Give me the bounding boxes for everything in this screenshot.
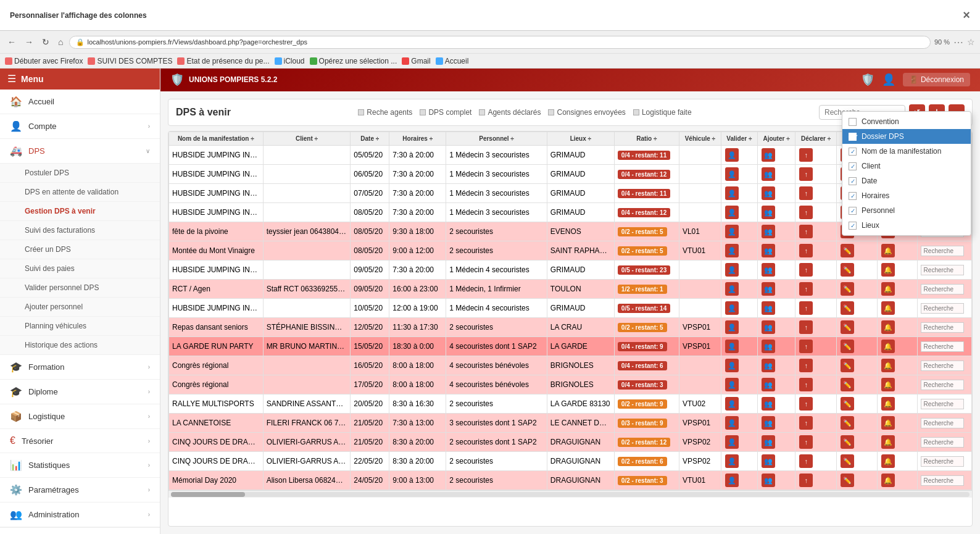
ajouter-btn[interactable]: 👥 — [762, 167, 775, 181]
modifier-btn[interactable]: ✏️ — [841, 340, 854, 353]
co-search-input[interactable] — [921, 341, 964, 352]
sidebar-item-dps[interactable]: 🚑 DPS ∨ — [0, 139, 160, 164]
ajouter-btn[interactable]: 👥 — [762, 474, 775, 487]
valider-btn[interactable]: 👤 — [725, 282, 739, 296]
modifier-btn[interactable]: ✏️ — [841, 435, 854, 449]
relance-btn[interactable]: 🔔 — [881, 244, 895, 257]
dropdown-item-client[interactable]: Client — [842, 159, 971, 173]
declarer-btn[interactable]: ↑ — [799, 454, 813, 468]
sidebar-subitem-valider[interactable]: Valider personnel DPS — [0, 278, 160, 298]
valider-btn[interactable]: 👤 — [725, 206, 739, 219]
sidebar-item-diplome[interactable]: 🎓 Diplome › — [0, 380, 160, 404]
declarer-btn[interactable]: ↑ — [799, 263, 813, 277]
co-search-input[interactable] — [921, 418, 964, 428]
col-declarer[interactable]: Déclarer ÷ — [795, 132, 837, 146]
bookmark-icon[interactable]: ☆ — [967, 37, 975, 47]
bookmark-gmail[interactable]: Gmail — [402, 57, 430, 65]
sidebar-subitem-ajouter[interactable]: Ajouter personnel — [0, 298, 160, 317]
valider-btn[interactable]: 👤 — [725, 244, 739, 257]
col-horaires[interactable]: Horaires ÷ — [389, 132, 446, 146]
sidebar-item-parametrages[interactable]: ⚙️ Paramétrages › — [0, 478, 160, 503]
co-search-input[interactable] — [921, 246, 964, 256]
sidebar-item-compte[interactable]: 👤 Compte › — [0, 114, 160, 139]
report-problem-link[interactable]: Rapporter un problème — [0, 527, 160, 534]
co-search-input[interactable] — [921, 303, 964, 314]
dropdown-item-horaires[interactable]: Horaires — [842, 188, 971, 203]
dropdown-checkbox-date[interactable] — [849, 177, 857, 185]
valider-btn[interactable]: 👤 — [725, 301, 739, 315]
dropdown-item-dossier[interactable]: ✓ Dossier DPS — [842, 129, 971, 144]
filter-checkbox-2[interactable] — [420, 109, 426, 115]
hscroll-thumb[interactable] — [171, 492, 245, 497]
bookmark-suivi[interactable]: SUIVI DES COMPTES — [88, 57, 172, 65]
shield-icon[interactable]: 🛡️ — [861, 73, 874, 86]
dropdown-item-convention[interactable]: Convention — [842, 114, 971, 129]
relance-btn[interactable]: 🔔 — [881, 474, 895, 487]
dropdown-item-lieux[interactable]: Lieux — [842, 218, 971, 233]
col-ajouter[interactable]: Ajouter ÷ — [757, 132, 795, 146]
co-search-input[interactable] — [921, 437, 964, 448]
valider-btn[interactable]: 👤 — [725, 474, 739, 487]
ajouter-btn[interactable]: 👥 — [762, 244, 775, 257]
valider-btn[interactable]: 👤 — [725, 416, 739, 430]
dropdown-checkbox-nom[interactable] — [849, 148, 857, 156]
col-client[interactable]: Client ÷ — [263, 132, 351, 146]
ajouter-btn[interactable]: 👥 — [762, 320, 775, 334]
ajouter-btn[interactable]: 👥 — [762, 206, 775, 219]
relance-btn[interactable]: 🔔 — [881, 301, 895, 315]
sidebar-subitem-postuler[interactable]: Postuler DPS — [0, 164, 160, 183]
sidebar-subitem-gestion[interactable]: Gestion DPS à venir — [0, 202, 160, 221]
dropdown-checkbox-personnel[interactable] — [849, 207, 857, 215]
relance-btn[interactable]: 🔔 — [881, 378, 895, 391]
col-valider[interactable]: Valider ÷ — [721, 132, 757, 146]
modifier-btn[interactable]: ✏️ — [841, 416, 854, 430]
dropdown-checkbox-dossier[interactable]: ✓ — [849, 133, 857, 141]
url-bar[interactable]: 🔒 localhost/unions-pompiers.fr/Views/das… — [69, 36, 930, 49]
valider-btn[interactable]: 👤 — [725, 148, 739, 162]
relance-btn[interactable]: 🔔 — [881, 282, 895, 296]
sidebar-subitem-attente[interactable]: DPS en attente de validation — [0, 183, 160, 202]
declarer-btn[interactable]: ↑ — [799, 225, 813, 238]
modifier-btn[interactable]: ✏️ — [841, 282, 854, 296]
dropdown-item-nom[interactable]: Nom de la manifestation — [842, 144, 971, 159]
declarer-btn[interactable]: ↑ — [799, 186, 813, 200]
filter-checkbox-3[interactable] — [479, 109, 485, 115]
relance-btn[interactable]: 🔔 — [881, 435, 895, 449]
sidebar-subitem-paies[interactable]: Suivi des paies — [0, 259, 160, 278]
declarer-btn[interactable]: ↑ — [799, 435, 813, 449]
bookmark-operez[interactable]: Opérez une sélection ... — [310, 57, 397, 65]
valider-btn[interactable]: 👤 — [725, 167, 739, 181]
ajouter-btn[interactable]: 👥 — [762, 186, 775, 200]
declarer-btn[interactable]: ↑ — [799, 474, 813, 487]
sidebar-item-statistiques[interactable]: 📊 Statistiques › — [0, 453, 160, 478]
valider-btn[interactable]: 👤 — [725, 340, 739, 353]
relance-btn[interactable]: 🔔 — [881, 416, 895, 430]
co-search-input[interactable] — [921, 456, 964, 467]
valider-btn[interactable]: 👤 — [725, 378, 739, 391]
co-search-input[interactable] — [921, 475, 964, 486]
co-search-input[interactable] — [921, 284, 964, 294]
valider-btn[interactable]: 👤 — [725, 186, 739, 200]
bookmark-icloud[interactable]: iCloud — [275, 57, 305, 65]
valider-btn[interactable]: 👤 — [725, 225, 739, 238]
modifier-btn[interactable]: ✏️ — [841, 359, 854, 372]
relance-btn[interactable]: 🔔 — [881, 320, 895, 334]
relance-btn[interactable]: 🔔 — [881, 340, 895, 353]
ajouter-btn[interactable]: 👥 — [762, 148, 775, 162]
modifier-btn[interactable]: ✏️ — [841, 301, 854, 315]
co-search-input[interactable] — [921, 399, 964, 409]
sidebar-item-administration[interactable]: 👥 Administration › — [0, 503, 160, 527]
ajouter-btn[interactable]: 👥 — [762, 454, 775, 468]
close-icon[interactable]: × — [963, 8, 970, 22]
valider-btn[interactable]: 👤 — [725, 397, 739, 411]
declarer-btn[interactable]: ↑ — [799, 320, 813, 334]
ajouter-btn[interactable]: 👥 — [762, 225, 775, 238]
sidebar-item-accueil[interactable]: 🏠 Accueil — [0, 90, 160, 114]
relance-btn[interactable]: 🔔 — [881, 263, 895, 277]
dropdown-item-date[interactable]: Date — [842, 173, 971, 188]
declarer-btn[interactable]: ↑ — [799, 282, 813, 296]
filter-checkbox-5[interactable] — [633, 109, 639, 115]
dropdown-checkbox-convention[interactable] — [849, 118, 857, 126]
co-search-input[interactable] — [921, 265, 964, 275]
ajouter-btn[interactable]: 👥 — [762, 282, 775, 296]
